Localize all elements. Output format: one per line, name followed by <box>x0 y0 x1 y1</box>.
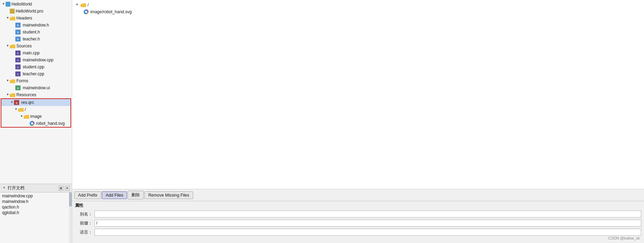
folder-icon <box>10 93 15 97</box>
chevron-icon <box>6 44 10 48</box>
list-item[interactable]: qaction.h <box>1 204 70 210</box>
bottom-chevron-icon <box>2 186 6 190</box>
tree-label: / <box>25 107 26 112</box>
resource-item-svg[interactable]: image/robot_hand.svg <box>72 8 644 15</box>
sidebar: HelloWorld HelloWorld.pro Headers h main… <box>0 0 72 243</box>
folder-icon <box>18 107 24 112</box>
sidebar-tree: HelloWorld HelloWorld.pro Headers h main… <box>0 0 72 184</box>
scrollbar-track <box>69 192 72 243</box>
properties-title: 属性 <box>75 203 641 208</box>
resource-item-slash[interactable]: / <box>72 1 644 8</box>
sidebar-bottom-list: mainwindow.cpp mainwindow.h qaction.h qg… <box>0 192 72 243</box>
tree-item-headers[interactable]: Headers <box>0 15 72 22</box>
tree-label: robot_hand.svg <box>36 121 65 126</box>
main-container: HelloWorld HelloWorld.pro Headers h main… <box>0 0 644 243</box>
resource-label: image/robot_hand.svg <box>90 9 132 14</box>
tree-label: mainwindow.cpp <box>23 58 53 62</box>
red-border-group: q res.qrc / image <box>1 98 71 128</box>
scrollbar-thumb[interactable] <box>69 192 72 206</box>
alias-row: 别名： <box>75 211 641 218</box>
cpp-icon: c <box>15 64 21 69</box>
ui-icon: u <box>15 85 21 90</box>
list-item[interactable]: qglobal.h <box>1 210 70 215</box>
content-area: / image/robot_hand.svg Add Prefix Add Fi… <box>72 0 644 243</box>
chevron-icon <box>20 114 24 119</box>
tree-item-resources[interactable]: Resources <box>0 91 72 98</box>
svg-icon <box>29 121 35 126</box>
tree-item-student-h[interactable]: h student.h <box>0 29 72 36</box>
bottom-controls: ⊞ ✕ <box>59 186 70 191</box>
project-icon <box>6 2 10 7</box>
folder-icon <box>10 16 15 21</box>
alias-label: 别名： <box>75 211 92 217</box>
tree-label: mainwindow.h <box>23 23 49 28</box>
add-files-button[interactable]: Add Files <box>102 191 127 199</box>
tree-item-teacher-h[interactable]: h teacher.h <box>0 36 72 43</box>
tree-label: HelloWorld.pro <box>16 9 43 14</box>
prefix-row: 前缀： <box>75 220 641 227</box>
tree-item-forms[interactable]: Forms <box>0 77 72 84</box>
svg-point-1 <box>31 122 33 124</box>
tree-item-slash[interactable]: / <box>1 106 70 113</box>
language-input[interactable] <box>94 229 641 236</box>
tree-label: Resources <box>16 92 36 97</box>
tree-item-mainwindow-cpp[interactable]: c mainwindow.cpp <box>0 56 72 63</box>
delete-button[interactable]: 删除 <box>128 191 144 199</box>
folder-icon <box>10 79 15 83</box>
chevron-icon <box>6 79 10 83</box>
properties-panel: 属性 别名： 前缀： 语言： <box>72 201 644 243</box>
language-row: 语言： <box>75 229 641 236</box>
watermark: CSDN @kaikai_sk <box>608 236 640 240</box>
folder-icon <box>81 3 86 7</box>
tree-item-mainwindow-ui[interactable]: u mainwindow.ui <box>0 84 72 91</box>
folder-icon <box>24 114 29 119</box>
sidebar-bottom-title: 打开文档 <box>8 185 24 191</box>
folder-icon <box>10 44 15 48</box>
chevron-icon <box>75 3 79 7</box>
tree-label: teacher.h <box>23 37 40 41</box>
bottom-btn-1[interactable]: ⊞ <box>59 186 63 191</box>
svg-point-3 <box>85 11 87 13</box>
resource-label: / <box>88 2 89 7</box>
tree-item-mainwindow-h[interactable]: h mainwindow.h <box>0 22 72 29</box>
remove-missing-button[interactable]: Remove Missing Files <box>144 191 193 199</box>
tree-label: teacher.cpp <box>23 71 44 76</box>
chevron-icon <box>10 100 14 105</box>
h-icon: h <box>15 23 21 28</box>
chevron-icon <box>14 107 18 112</box>
cpp-icon: c <box>15 71 21 76</box>
toolbar: Add Prefix Add Files 删除 Remove Missing F… <box>72 189 644 201</box>
h-icon: h <box>15 37 21 41</box>
tree-label: Sources <box>16 44 32 48</box>
svg-file-icon <box>83 9 89 15</box>
tree-item-res-qrc[interactable]: q res.qrc <box>1 99 70 106</box>
tree-item-main-cpp[interactable]: c main.cpp <box>0 50 72 56</box>
tree-label: image <box>30 114 42 119</box>
chevron-icon <box>6 16 10 20</box>
sidebar-bottom: 打开文档 ⊞ ✕ mainwindow.cpp mainwindow.h qac… <box>0 184 72 243</box>
tree-item-student-cpp[interactable]: c student.cpp <box>0 63 72 70</box>
tree-label: student.cpp <box>23 64 44 69</box>
tree-item-robot-hand[interactable]: robot_hand.svg <box>1 120 70 127</box>
sidebar-bottom-header: 打开文档 ⊞ ✕ <box>0 184 72 192</box>
tree-item-image[interactable]: image <box>1 113 70 120</box>
tree-item-pro[interactable]: HelloWorld.pro <box>0 8 72 15</box>
prefix-label: 前缀： <box>75 220 92 226</box>
alias-input[interactable] <box>94 211 641 218</box>
tree-label: HelloWorld <box>12 2 32 7</box>
list-item[interactable]: mainwindow.h <box>1 199 70 204</box>
qrc-icon: q <box>14 100 19 105</box>
tree-item-sources[interactable]: Sources <box>0 43 72 50</box>
bottom-btn-2[interactable]: ✕ <box>65 186 70 191</box>
add-prefix-button[interactable]: Add Prefix <box>74 191 101 199</box>
tree-label: Forms <box>16 78 28 83</box>
tree-item-helloworld[interactable]: HelloWorld <box>0 1 72 8</box>
chevron-icon <box>1 2 6 6</box>
prefix-input[interactable] <box>94 220 641 227</box>
tree-item-teacher-cpp[interactable]: c teacher.cpp <box>0 70 72 77</box>
pro-icon <box>10 9 15 14</box>
chevron-icon <box>6 93 10 97</box>
tree-label: mainwindow.ui <box>23 85 50 90</box>
h-icon: h <box>15 30 21 35</box>
list-item[interactable]: mainwindow.cpp <box>1 193 70 199</box>
